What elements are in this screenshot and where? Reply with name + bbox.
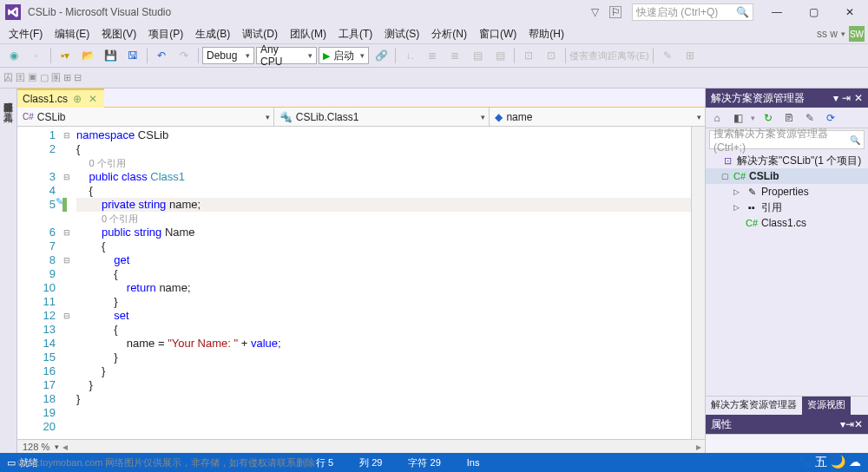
main-toolbar: ◉ ◦ ▪▾ 📂 💾 🖫 ↶ ↷ Debug Any CPU ▶启动 🔗 ↓. … (0, 43, 868, 68)
platform-combo[interactable]: Any CPU (256, 47, 317, 64)
status-feedback-icon[interactable]: 🐾 五 🌙 ☁ (797, 455, 861, 470)
solution-tabs: 解决方案资源管理器 资源视图 (706, 396, 868, 415)
step-button[interactable]: ↓. (399, 46, 420, 65)
nav-bar: C#CSLib 🔩CSLib.Class1 ◆name (17, 108, 705, 127)
title-bar: CSLib - Microsoft Visual Studio ▽ ⚐ 快速启动… (0, 0, 868, 24)
editor-area: Class1.cs ⊕ ✕ C#CSLib 🔩CSLib.Class1 ◆nam… (17, 88, 705, 453)
solution-tab-explorer[interactable]: 解决方案资源管理器 (706, 397, 802, 415)
quick-launch[interactable]: 快速启动 (Ctrl+Q) 🔍 (632, 3, 753, 21)
refresh-icon[interactable]: ⟳ (823, 110, 838, 126)
layout-tools[interactable]: 囚 囯 ▣ ▢ 圂 ⊞ ⊟ (3, 71, 82, 84)
user-name[interactable]: ss w (817, 28, 838, 40)
forward-button[interactable]: ◦ (26, 46, 47, 65)
undo-button[interactable]: ↶ (151, 46, 172, 65)
uncomment-button[interactable]: ▤ (490, 46, 510, 65)
close-button[interactable]: ✕ (837, 3, 863, 21)
collapse-icon[interactable]: ◧ (730, 110, 746, 126)
open-button[interactable]: 📂 (77, 46, 98, 65)
toolbox-tab[interactable]: 工具箱 (0, 101, 16, 111)
menu-item[interactable]: 测试(S) (379, 25, 424, 43)
left-sidebar-tabs: 服务器资源管理器 工具箱 (0, 88, 17, 453)
new-project-button[interactable]: ▪▾ (55, 46, 76, 65)
file-tab-row: Class1.cs ⊕ ✕ (17, 88, 705, 108)
menu-item[interactable]: 团队(M) (285, 25, 332, 43)
solution-explorer-header[interactable]: 解决方案资源管理器 ▾ ⇥ ✕ (706, 88, 868, 108)
vertical-scrollbar[interactable] (691, 127, 705, 439)
menu-item[interactable]: 文件(F) (3, 25, 48, 43)
status-line: 行 5 (316, 456, 333, 469)
nav-class[interactable]: 🔩CSLib.Class1 (274, 108, 490, 126)
bookmarks2-button[interactable]: ⊡ (541, 46, 562, 65)
props-pin-icon[interactable]: ⇥ (845, 418, 854, 430)
nav-project[interactable]: C#CSLib (17, 108, 274, 126)
menu-item[interactable]: 窗口(W) (474, 25, 522, 43)
solution-node[interactable]: ⊡ 解决方案"CSLib"(1 个项目) (706, 153, 868, 168)
back-button[interactable]: ◉ (3, 46, 24, 65)
outdent-button[interactable]: ≣ (444, 46, 465, 65)
solution-toolbar: ⌂ ◧ ▾ ↻ 🖹 ✎ ⟳ (706, 108, 868, 128)
status-col: 列 29 (359, 456, 382, 469)
panel-pin-icon[interactable]: ⇥ (842, 92, 851, 104)
tb-end1[interactable]: ✎ (657, 46, 678, 65)
menu-item[interactable]: 调试(D) (237, 25, 283, 43)
menu-item[interactable]: 帮助(H) (523, 25, 569, 43)
menu-item[interactable]: 生成(B) (190, 25, 235, 43)
status-icon: ▭ (7, 457, 16, 469)
menu-item[interactable]: 编辑(E) (49, 25, 95, 43)
menu-item[interactable]: 工具(T) (333, 25, 378, 43)
properties-header[interactable]: 属性 ▾ ⇥ ✕ (706, 415, 868, 434)
save-all-button[interactable]: 🖫 (122, 46, 143, 65)
properties-icon[interactable]: ✎ (802, 110, 818, 126)
menu-bar: 文件(F)编辑(E)视图(V)项目(P)生成(B)调试(D)团队(M)工具(T)… (0, 24, 868, 43)
maximize-button[interactable]: ▢ (800, 3, 826, 21)
home-icon[interactable]: ⌂ (709, 110, 725, 126)
solution-tab-resource[interactable]: 资源视图 (802, 397, 851, 415)
menu-item[interactable]: 项目(P) (143, 25, 188, 43)
browser-link-button[interactable]: 🔗 (371, 46, 391, 65)
horizontal-scrollbar[interactable]: 128 % ▾ ◂ ▸ (17, 439, 705, 453)
indent-button[interactable]: ≣ (422, 46, 443, 65)
panel-close-icon[interactable]: ✕ (854, 92, 863, 104)
pin-icon[interactable]: ⊕ (73, 93, 83, 105)
sync-icon[interactable]: ↻ (760, 110, 776, 126)
panel-dropdown-icon[interactable]: ▾ (833, 92, 838, 104)
config-combo[interactable]: Debug (202, 47, 254, 64)
save-button[interactable]: 💾 (100, 46, 121, 65)
menu-item[interactable]: 视图(V) (96, 25, 141, 43)
toolbar-text[interactable]: 侵害查询距离等(E) (569, 49, 649, 62)
code-editor[interactable]: 12345✎67891011121314151617181920 ⊟⊟⊟⊟⊟ n… (17, 127, 705, 439)
properties-body (706, 434, 868, 453)
bookmarks-button[interactable]: ⊡ (518, 46, 539, 65)
file-tab-class1[interactable]: Class1.cs ⊕ ✕ (17, 88, 104, 108)
server-explorer-tab[interactable]: 服务器资源管理器 (0, 90, 16, 101)
close-tab-icon[interactable]: ✕ (89, 93, 99, 105)
tb-end2[interactable]: ⊞ (680, 46, 700, 65)
status-char: 字符 29 (408, 456, 440, 469)
properties-node[interactable]: ▷✎ Properties (706, 184, 868, 200)
class1-node[interactable]: C# Class1.cs (706, 215, 868, 231)
start-button[interactable]: ▶启动 (319, 47, 369, 64)
flag-icon[interactable]: ▽ (591, 6, 599, 18)
user-badge[interactable]: SW (849, 26, 865, 42)
zoom-level[interactable]: 128 % (17, 442, 55, 452)
references-node[interactable]: ▷▪▪ 引用 (706, 200, 868, 215)
redo-button[interactable]: ↷ (174, 46, 194, 65)
user-dropdown-icon[interactable]: ▾ (841, 30, 845, 38)
nav-member[interactable]: ◆name (490, 108, 705, 126)
window-title: CSLib - Microsoft Visual Studio (28, 6, 171, 18)
solution-explorer: 解决方案资源管理器 ▾ ⇥ ✕ ⌂ ◧ ▾ ↻ 🖹 ✎ ⟳ 搜索解决方案资源管理… (705, 88, 868, 453)
show-all-icon[interactable]: 🖹 (781, 110, 797, 126)
menu-item[interactable]: 分析(N) (426, 25, 472, 43)
notification-icon[interactable]: ⚐ (609, 6, 621, 18)
solution-search[interactable]: 搜索解决方案资源管理器(Ctrl+;) 🔍 (709, 130, 865, 149)
watermark: www.toymoban.com 网络图片仅供展示，非存储，如有侵权请联系删除 (17, 456, 315, 469)
props-close-icon[interactable]: ✕ (854, 418, 863, 430)
status-ins: Ins (467, 457, 480, 468)
comment-button[interactable]: ▤ (467, 46, 488, 65)
solution-tree: ⊡ 解决方案"CSLib"(1 个项目) ▢C# CSLib ▷✎ Proper… (706, 151, 868, 396)
secondary-toolbar: 囚 囯 ▣ ▢ 圂 ⊞ ⊟ (0, 68, 868, 88)
vs-logo (5, 4, 21, 20)
minimize-button[interactable]: — (764, 3, 790, 21)
project-node[interactable]: ▢C# CSLib (706, 168, 868, 184)
